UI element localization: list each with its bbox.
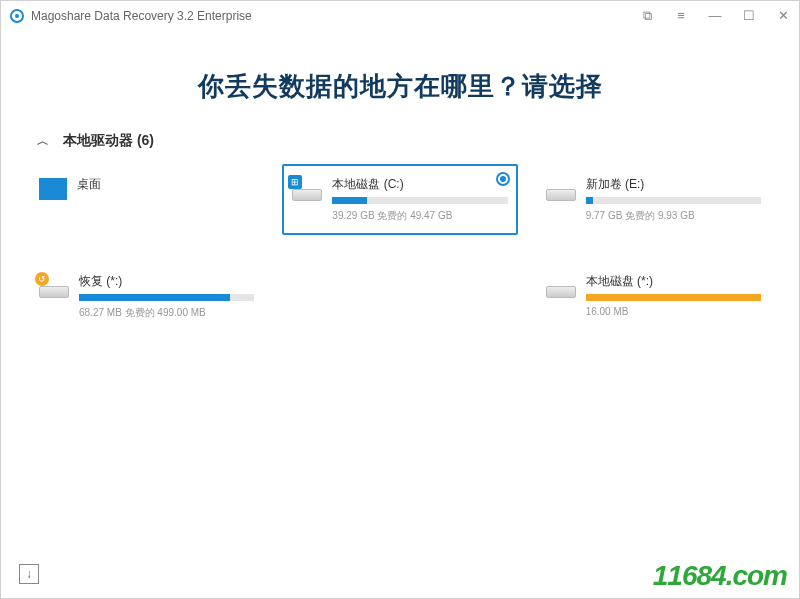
drive-local-disk-star[interactable]: 本地磁盘 (*:) 16.00 MB	[536, 261, 771, 332]
drive-stats: 9.77 GB 免费的 9.93 GB	[586, 209, 761, 223]
usage-bar	[586, 294, 761, 301]
drive-label: 本地磁盘 (*:)	[586, 273, 761, 290]
menu-icon[interactable]: ≡	[673, 8, 689, 24]
usage-bar	[332, 197, 507, 204]
drive-stats: 39.29 GB 免费的 49.47 GB	[332, 209, 507, 223]
usage-bar	[79, 294, 254, 301]
close-icon[interactable]: ✕	[775, 8, 791, 24]
hdd-icon	[546, 176, 576, 206]
svg-point-1	[15, 14, 19, 18]
page-title: 你丢失数据的地方在哪里？请选择	[1, 69, 799, 104]
help-icon[interactable]: ⧉	[639, 8, 655, 24]
hdd-icon: ⊞	[292, 176, 322, 206]
usage-bar	[586, 197, 761, 204]
chevron-up-icon: ︿	[37, 133, 49, 150]
drive-grid: 桌面 ⊞ 本地磁盘 (C:) 39.29 GB 免费的 49.47 GB 新加卷…	[1, 164, 799, 332]
section-label: 本地驱动器 (6)	[63, 132, 154, 150]
app-icon	[9, 8, 25, 24]
drive-recovery[interactable]: ↺ 恢复 (*:) 68.27 MB 免费的 499.00 MB	[29, 261, 264, 332]
drive-label: 新加卷 (E:)	[586, 176, 761, 193]
import-icon[interactable]: ↓	[19, 564, 39, 584]
drive-local-disk-c[interactable]: ⊞ 本地磁盘 (C:) 39.29 GB 免费的 49.47 GB	[282, 164, 517, 235]
drive-label: 桌面	[77, 176, 254, 193]
drive-stats: 68.27 MB 免费的 499.00 MB	[79, 306, 254, 320]
app-window: Magoshare Data Recovery 3.2 Enterprise ⧉…	[0, 0, 800, 599]
minimize-icon[interactable]: —	[707, 8, 723, 24]
desktop-icon	[39, 178, 67, 200]
drive-label: 本地磁盘 (C:)	[332, 176, 507, 193]
window-controls: ⧉ ≡ — ☐ ✕	[639, 8, 791, 24]
drive-new-volume-e[interactable]: 新加卷 (E:) 9.77 GB 免费的 9.93 GB	[536, 164, 771, 235]
titlebar: Magoshare Data Recovery 3.2 Enterprise ⧉…	[1, 1, 799, 31]
section-local-drives[interactable]: ︿ 本地驱动器 (6)	[1, 132, 799, 150]
hdd-icon: ↺	[39, 273, 69, 303]
drive-label: 恢复 (*:)	[79, 273, 254, 290]
maximize-icon[interactable]: ☐	[741, 8, 757, 24]
drive-stats: 16.00 MB	[586, 306, 761, 317]
hdd-icon	[546, 273, 576, 303]
watermark: 11684.com	[653, 560, 787, 592]
drive-desktop[interactable]: 桌面	[29, 164, 264, 235]
app-title: Magoshare Data Recovery 3.2 Enterprise	[31, 9, 639, 23]
